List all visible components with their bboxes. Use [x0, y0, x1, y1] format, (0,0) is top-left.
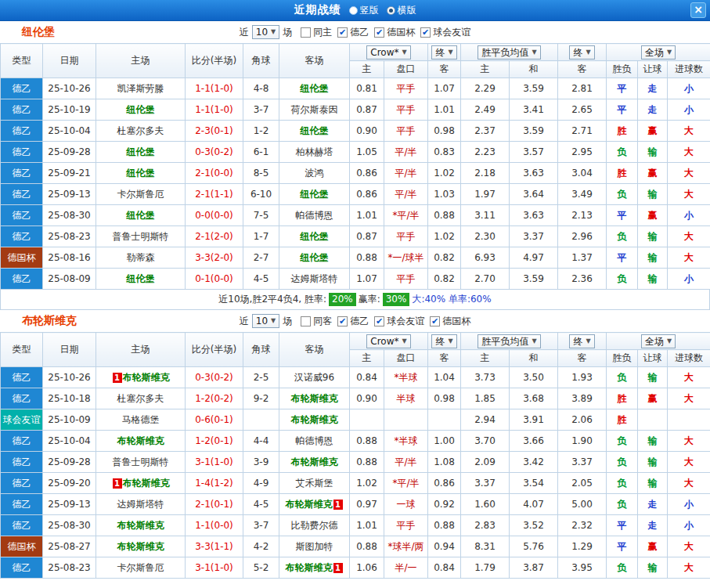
home-team-cell: 卡尔斯鲁厄 — [96, 184, 186, 205]
away-team-cell: 布轮斯维克 — [279, 388, 350, 409]
result-handicap: 走 — [638, 494, 668, 515]
close-button[interactable]: × — [690, 2, 706, 18]
home-odds: 0.88 — [350, 431, 384, 452]
avg-home-odds: 2.49 — [461, 99, 510, 121]
handicap-line: 平/半 — [384, 184, 428, 205]
match-type-badge: 德乙 — [1, 163, 43, 184]
avg-away-odds: 2.32 — [558, 515, 607, 536]
chevron-down-icon: ▼ — [448, 47, 452, 58]
checkbox-label: 球会友谊 — [387, 315, 424, 328]
final-odds-select-2[interactable]: 终▼ — [569, 45, 594, 60]
avg-away-odds: 1.93 — [558, 367, 607, 388]
avg-odds-select[interactable]: 胜平负均值▼ — [478, 334, 540, 348]
col-date: 日期 — [43, 333, 96, 367]
results-table-braunschweig: 类型 日期 主场 比分(半场) 角球 客场 Crow*▼ 终▼ 胜平负均值▼ 终… — [0, 332, 710, 579]
away-odds: 1.03 — [428, 184, 461, 205]
match-date: 25-10-04 — [43, 121, 96, 142]
match-date: 25-08-27 — [43, 536, 96, 557]
home-odds: 1.06 — [350, 557, 384, 579]
result-handicap: 输 — [638, 269, 668, 290]
filter-checkbox[interactable]: ✔球会友谊 — [374, 315, 424, 328]
filter-checkbox[interactable]: ✔德国杯 — [374, 26, 415, 39]
avg-draw-odds: 3.59 — [510, 78, 558, 99]
final-odds-select[interactable]: 终▼ — [431, 45, 456, 60]
away-team-cell: 纽伦堡 — [279, 226, 350, 247]
filter-checkbox[interactable]: ✔德乙 — [337, 315, 369, 328]
avg-draw-odds: 3.57 — [510, 142, 558, 163]
filter-checkbox[interactable]: ✔球会友谊 — [420, 26, 470, 39]
team-name: 纽伦堡 — [301, 252, 329, 263]
checkbox-label: 球会友谊 — [433, 26, 470, 39]
handicap-line: 平/半 — [384, 163, 428, 184]
final-odds-select-2[interactable]: 终▼ — [569, 334, 594, 348]
checkbox-icon: ✔ — [374, 27, 384, 38]
result-handicap: 输 — [638, 452, 668, 473]
filter-checkbox[interactable]: 同客 — [301, 315, 332, 328]
away-odds: 0.98 — [428, 388, 461, 409]
odds-source-select[interactable]: Crow*▼ — [366, 334, 410, 348]
final-odds-select[interactable]: 终▼ — [431, 334, 456, 348]
subcol-header: 客 — [558, 61, 607, 78]
away-odds: 0.88 — [428, 205, 461, 226]
match-date: 25-08-30 — [43, 515, 96, 536]
team-title: 布轮斯维克 — [22, 314, 77, 328]
checkbox-icon: ✔ — [337, 316, 348, 326]
result-wdl: 胜 — [607, 163, 638, 184]
layout-radio-vertical[interactable]: 竖版 — [349, 4, 379, 17]
match-row: 德乙25-09-21纽伦堡2-1(0-0)8-5波鸿0.86平/半1.022.1… — [1, 163, 710, 184]
away-odds — [428, 409, 461, 431]
filter-checkbox[interactable]: ✔德乙 — [337, 26, 369, 39]
avg-away-odds: 2.71 — [558, 121, 607, 142]
away-team-cell: 布轮斯维克 — [279, 409, 350, 431]
filter-checkbox[interactable]: ✔德国杯 — [430, 315, 470, 328]
result-handicap: 走 — [638, 78, 668, 99]
home-team-cell: 纽伦堡 — [96, 269, 186, 290]
filter-checkbox[interactable]: 同主 — [301, 26, 332, 39]
team-name: 荷尔斯泰因 — [291, 104, 338, 115]
chevron-down-icon: ▼ — [271, 27, 276, 38]
match-score: 2-3(0-1) — [186, 121, 243, 142]
match-date: 25-09-13 — [43, 494, 96, 515]
match-row: 德乙25-09-28普鲁士明斯特3-1(1-0)3-9布轮斯维克0.88平/半1… — [1, 452, 710, 473]
layout-radio-horizontal[interactable]: 横版 — [387, 4, 416, 17]
match-corners: 3-9 — [243, 452, 279, 473]
recent-count-select[interactable]: 10 ▼ — [252, 314, 279, 328]
away-team-cell: 汉诺威96 — [279, 367, 350, 388]
radio-icon — [349, 6, 358, 15]
result-wdl: 平 — [607, 515, 638, 536]
avg-home-odds: 2.30 — [461, 226, 510, 247]
home-team-cell: 布轮斯维克 — [96, 536, 186, 557]
result-wdl: 平 — [607, 205, 638, 226]
recent-count-select[interactable]: 10 ▼ — [252, 25, 279, 39]
home-team-cell: 杜塞尔多夫 — [96, 121, 186, 142]
avg-home-odds: 2.70 — [461, 269, 510, 290]
team-name: 布轮斯维克 — [117, 520, 164, 531]
avg-odds-select[interactable]: 胜平负均值▼ — [478, 45, 540, 60]
away-odds: 1.02 — [428, 226, 461, 247]
home-team-cell: 勒蒂森 — [96, 247, 186, 269]
home-team-cell: 纽伦堡 — [96, 142, 186, 163]
checkbox-icon: ✔ — [337, 27, 348, 38]
result-handicap: 走 — [638, 99, 668, 121]
odds-source-select[interactable]: Crow*▼ — [366, 45, 410, 60]
match-corners: 2-5 — [243, 367, 279, 388]
match-date: 25-10-26 — [43, 367, 96, 388]
avg-away-odds: 5.00 — [558, 494, 607, 515]
result-overunder: 大 — [668, 121, 710, 142]
header-final-odds: 终▼ — [428, 44, 461, 61]
avg-away-odds: 2.96 — [558, 226, 607, 247]
match-date: 25-10-26 — [43, 78, 96, 99]
home-odds: 1.01 — [350, 205, 384, 226]
col-away: 客场 — [279, 333, 350, 367]
away-team-cell: 纽伦堡 — [279, 247, 350, 269]
scope-select[interactable]: 全场▼ — [641, 45, 676, 60]
scope-select[interactable]: 全场▼ — [641, 334, 676, 348]
match-date: 25-09-13 — [43, 184, 96, 205]
match-row: 德乙25-08-23普鲁士明斯特2-1(2-0)1-7纽伦堡0.87平手1.02… — [1, 226, 710, 247]
home-odds: 0.88 — [350, 452, 384, 473]
home-team-cell: 纽伦堡 — [96, 99, 186, 121]
match-score: 0-1(0-0) — [186, 269, 243, 290]
result-wdl: 负 — [607, 494, 638, 515]
header-scope: 全场▼ — [607, 44, 710, 61]
avg-draw-odds: 3.59 — [510, 121, 558, 142]
